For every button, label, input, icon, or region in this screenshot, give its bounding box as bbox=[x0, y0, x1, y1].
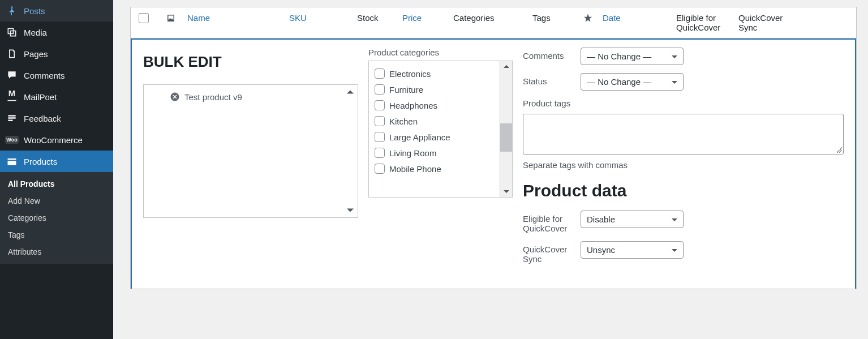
products-icon bbox=[6, 155, 18, 168]
remove-product-icon[interactable] bbox=[170, 92, 180, 102]
select-all-checkbox[interactable] bbox=[139, 13, 149, 23]
category-item: Living Room bbox=[375, 145, 494, 161]
category-item: Mobile Phone bbox=[375, 161, 494, 177]
sidebar-item-media[interactable]: Media bbox=[0, 22, 113, 43]
submenu-tags[interactable]: Tags bbox=[0, 226, 113, 243]
admin-sidebar: Posts Media Pages Comments M— MailPoet F… bbox=[0, 0, 113, 339]
sidebar-item-posts[interactable]: Posts bbox=[0, 0, 113, 22]
comment-icon bbox=[6, 69, 18, 81]
feedback-icon bbox=[6, 112, 18, 125]
scroll-up-icon[interactable] bbox=[500, 61, 512, 72]
categories-box: Electronics Furniture Headphones Kitchen… bbox=[368, 61, 513, 198]
submenu-attributes[interactable]: Attributes bbox=[0, 243, 113, 260]
col-price[interactable]: Price bbox=[399, 13, 450, 23]
sidebar-item-comments[interactable]: Comments bbox=[0, 65, 113, 86]
sidebar-item-label: WooCommerce bbox=[24, 135, 83, 145]
sidebar-item-pages[interactable]: Pages bbox=[0, 43, 113, 65]
eligible-label: Eligible for QuickCover bbox=[523, 211, 581, 233]
comments-select[interactable]: — No Change — bbox=[581, 48, 684, 65]
category-item: Kitchen bbox=[375, 113, 494, 129]
category-item: Headphones bbox=[375, 97, 494, 113]
categories-list: Electronics Furniture Headphones Kitchen… bbox=[369, 61, 500, 197]
comments-label: Comments bbox=[523, 48, 581, 61]
category-checkbox[interactable] bbox=[375, 84, 385, 95]
status-select[interactable]: — No Change — bbox=[581, 73, 684, 91]
category-checkbox[interactable] bbox=[375, 148, 385, 158]
eligible-select[interactable]: Disable bbox=[581, 211, 684, 228]
sidebar-item-feedback[interactable]: Feedback bbox=[0, 108, 113, 129]
category-checkbox[interactable] bbox=[375, 132, 385, 142]
product-tags-input[interactable] bbox=[523, 114, 844, 155]
scrollbar-thumb[interactable] bbox=[500, 123, 512, 152]
col-tags: Tags bbox=[529, 13, 577, 23]
bulk-edit-products-box: Test product v9 bbox=[143, 84, 358, 218]
bulk-edit-product-item: Test product v9 bbox=[151, 92, 351, 102]
pin-icon bbox=[6, 5, 18, 17]
table-header: Name SKU Stock Price Categories Tags Dat… bbox=[131, 7, 856, 38]
media-icon bbox=[6, 26, 18, 38]
category-checkbox[interactable] bbox=[375, 164, 385, 174]
col-sku[interactable]: SKU bbox=[286, 13, 354, 23]
main-content: Name SKU Stock Price Categories Tags Dat… bbox=[113, 0, 868, 339]
products-table: Name SKU Stock Price Categories Tags Dat… bbox=[130, 7, 857, 289]
sidebar-item-mailpoet[interactable]: M— MailPoet bbox=[0, 86, 113, 108]
col-stock: Stock bbox=[354, 13, 399, 23]
category-item: Electronics bbox=[375, 66, 494, 81]
col-categories: Categories bbox=[450, 13, 529, 23]
scroll-down-icon[interactable] bbox=[500, 186, 512, 197]
submenu-categories[interactable]: Categories bbox=[0, 209, 113, 226]
category-item: Large Appliance bbox=[375, 129, 494, 145]
col-date[interactable]: Date bbox=[599, 13, 673, 23]
qsync-select[interactable]: Unsync bbox=[581, 241, 684, 259]
scroll-down-button[interactable] bbox=[345, 205, 355, 215]
submenu-all-products[interactable]: All Products bbox=[0, 175, 113, 192]
qsync-label: QuickCover Sync bbox=[523, 241, 581, 264]
category-item: Furniture bbox=[375, 81, 494, 97]
sidebar-item-label: Media bbox=[24, 28, 47, 37]
sidebar-item-label: Feedback bbox=[24, 114, 61, 123]
col-name[interactable]: Name bbox=[184, 13, 286, 23]
bulk-edit-title: BULK EDIT bbox=[143, 53, 358, 71]
scroll-up-button[interactable] bbox=[345, 87, 355, 97]
product-name: Test product v9 bbox=[184, 92, 242, 102]
product-tags-label: Product tags bbox=[523, 98, 844, 108]
col-qsync: QuickCover Sync bbox=[735, 13, 797, 32]
submenu-add-new[interactable]: Add New bbox=[0, 192, 113, 209]
sidebar-item-label: Posts bbox=[24, 6, 45, 16]
pages-icon bbox=[6, 48, 18, 60]
featured-column-icon bbox=[577, 13, 599, 23]
sidebar-item-woocommerce[interactable]: Woo WooCommerce bbox=[0, 129, 113, 151]
col-eligible: Eligible for QuickCover bbox=[673, 13, 735, 32]
sidebar-item-label: Products bbox=[24, 157, 57, 166]
sidebar-item-label: Comments bbox=[24, 71, 65, 80]
products-submenu: All Products Add New Categories Tags Att… bbox=[0, 172, 113, 264]
sidebar-item-label: Pages bbox=[24, 49, 48, 59]
categories-label: Product categories bbox=[368, 48, 513, 57]
status-label: Status bbox=[523, 73, 581, 86]
bulk-edit-panel: BULK EDIT Test product v9 Product catego… bbox=[131, 38, 856, 289]
tags-hint: Separate tags with commas bbox=[523, 160, 844, 170]
sidebar-item-products[interactable]: Products bbox=[0, 151, 113, 172]
woocommerce-icon: Woo bbox=[6, 134, 18, 146]
categories-scrollbar[interactable] bbox=[500, 61, 512, 197]
category-checkbox[interactable] bbox=[375, 100, 385, 110]
image-column-icon bbox=[158, 13, 184, 23]
product-data-heading: Product data bbox=[523, 181, 844, 200]
category-checkbox[interactable] bbox=[375, 116, 385, 126]
mailpoet-icon: M— bbox=[6, 91, 18, 103]
category-checkbox[interactable] bbox=[375, 68, 385, 79]
sidebar-item-label: MailPoet bbox=[24, 92, 57, 102]
